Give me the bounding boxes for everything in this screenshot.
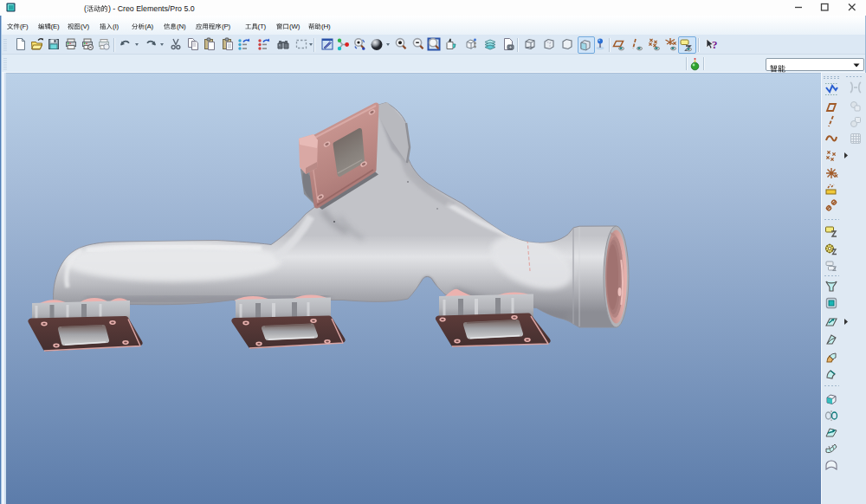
svg-text:?: ? <box>712 38 718 51</box>
